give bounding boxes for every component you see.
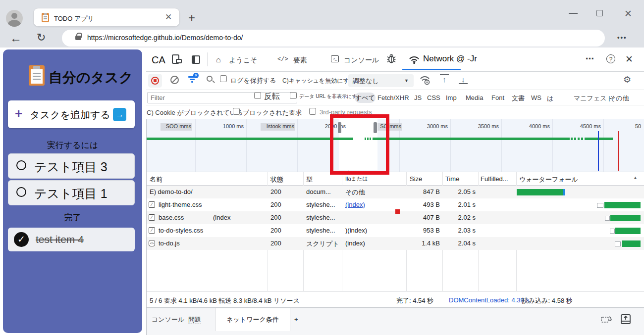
filter-type-media[interactable]: Media — [466, 94, 483, 101]
filter-type-css[interactable]: CSS — [427, 94, 440, 101]
drawer-tab-console[interactable]: コンソール — [152, 308, 184, 331]
hide-data-urls-checkbox[interactable] — [290, 92, 297, 99]
back-icon[interactable]: ← — [10, 31, 22, 45]
tab-elements[interactable]: 要素 — [293, 56, 307, 65]
profile-avatar[interactable] — [6, 10, 23, 27]
url-text[interactable]: https://microsoftedge.github.io/Demos/de… — [87, 34, 243, 42]
debug-bug-icon[interactable] — [386, 54, 396, 64]
network-overview-timeline[interactable]: SOO mms 1000 ms Istook mms 2000 ms SO mm… — [147, 119, 644, 172]
search-icon[interactable] — [207, 76, 213, 82]
add-task-box[interactable]: + タスクを追加する → — [8, 100, 135, 128]
elements-code-icon[interactable]: </> — [277, 56, 288, 63]
filter-clear-badge-icon[interactable]: ✕ — [193, 73, 199, 78]
todo-unchecked-circle-icon[interactable] — [16, 187, 26, 197]
disable-cache-label[interactable]: C)キャッシュを無効にする — [282, 77, 355, 85]
blocked-cookies-label[interactable]: C) Cookie がブロックされている — [147, 108, 243, 117]
tab-welcome[interactable]: ようこそ — [229, 56, 257, 65]
throttling-select[interactable]: 調整なし ▼ — [348, 74, 414, 87]
waterfall-bar[interactable] — [622, 240, 641, 247]
tab-close-icon[interactable]: ✕ — [165, 12, 172, 22]
tab-network-active[interactable]: Network @ -Jr — [423, 54, 477, 64]
network-settings-gear-icon[interactable]: ⚙ — [623, 74, 631, 85]
welcome-home-icon[interactable]: ⌂ — [216, 55, 221, 64]
request-name[interactable]: E) demo-to-do/ — [150, 188, 193, 195]
todo-item-label[interactable]: テスト項目 3 — [34, 159, 107, 175]
request-name[interactable]: base.css — [159, 214, 184, 221]
devtools-help-icon[interactable]: ? — [606, 54, 615, 63]
preserve-log-checkbox[interactable] — [220, 75, 227, 82]
window-minimize-icon[interactable] — [569, 13, 578, 14]
browser-tab[interactable]: TODO アプリ ✕ — [33, 8, 180, 27]
todo-item[interactable]: テスト項目 3 — [8, 153, 135, 179]
inspect-element-icon[interactable]: CA — [152, 54, 165, 66]
invert-filter-checkbox[interactable] — [254, 92, 261, 99]
preserve-log-label[interactable]: ログを保持する — [230, 76, 276, 85]
waterfall-bar[interactable] — [615, 228, 641, 234]
window-close-icon[interactable]: ✕ — [624, 8, 632, 19]
filter-type-doc[interactable]: 文書 — [512, 94, 525, 103]
table-row[interactable]: ∕ to-do-styles.css 200 styleshe... )(ind… — [147, 224, 644, 237]
hide-data-urls-label[interactable]: データ URL を非表示にする — [299, 93, 362, 100]
waterfall-bar[interactable] — [610, 215, 641, 221]
sort-arrow-icon[interactable]: ▲ — [633, 175, 638, 180]
col-name[interactable]: 名前 — [150, 175, 162, 184]
blocked-requests-label[interactable]: ブロックされた要求 — [243, 108, 302, 117]
filter-type-wasm[interactable]: は — [547, 94, 553, 103]
waterfall-bar[interactable] — [517, 189, 563, 195]
col-status[interactable]: 状態 — [270, 175, 283, 184]
col-size[interactable]: Size — [410, 175, 422, 183]
dock-side-icon[interactable] — [192, 55, 200, 64]
request-name[interactable]: to-do.js — [159, 239, 180, 247]
filter-type-other[interactable]: その他 — [609, 94, 629, 103]
request-name[interactable]: light-theme.css — [159, 201, 202, 208]
blocked-requests-checkbox[interactable] — [233, 108, 240, 115]
drawer-tab-network-conditions[interactable]: ネットワーク条件 — [215, 308, 290, 331]
device-emulation-icon[interactable] — [172, 54, 179, 64]
request-initiator-link[interactable]: (index) — [345, 201, 365, 208]
drawer-expand-icon[interactable] — [620, 314, 631, 325]
tab-console[interactable]: コンソール — [344, 56, 379, 65]
new-tab-button[interactable]: + — [188, 11, 195, 25]
col-time[interactable]: Time — [445, 175, 459, 183]
waterfall-bar[interactable] — [604, 202, 641, 208]
add-task-submit-button[interactable]: → — [113, 108, 126, 121]
todo-unchecked-circle-icon[interactable] — [16, 160, 26, 170]
filter-funnel-icon[interactable]: ✕ — [188, 75, 200, 83]
drawer-tab-issues[interactable]: 問題 — [188, 308, 201, 331]
browser-menu-icon[interactable]: ••• — [617, 34, 627, 41]
import-har-icon[interactable]: ↑ — [440, 74, 449, 84]
record-network-log-button[interactable] — [148, 74, 162, 88]
request-name[interactable]: to-do-styles.css — [159, 227, 203, 234]
third-party-checkbox[interactable] — [309, 108, 316, 115]
filter-type-ws[interactable]: WS — [531, 94, 541, 101]
col-waterfall[interactable]: ウォーターフォール — [519, 175, 578, 184]
done-item-label[interactable]: test item 4 — [36, 234, 84, 245]
drawer-rotate-icon[interactable] — [600, 315, 612, 325]
export-har-icon[interactable]: ↓ — [459, 75, 468, 84]
filter-type-font[interactable]: Font — [491, 94, 504, 101]
clear-network-log-icon[interactable] — [170, 76, 179, 84]
filter-type-img[interactable]: Imp — [446, 94, 457, 101]
network-conditions-icon[interactable] — [419, 74, 432, 85]
devtools-close-icon[interactable]: ✕ — [625, 53, 633, 65]
lock-icon[interactable] — [75, 36, 81, 40]
todo-item[interactable]: テスト項目 1 — [8, 180, 135, 205]
window-maximize-icon[interactable] — [596, 10, 603, 16]
table-row[interactable]: <> to-do.js 200 スクリプト (index) 1.4 kB 2.0… — [147, 237, 644, 250]
address-bar[interactable]: https://microsoftedge.github.io/Demos/de… — [62, 30, 605, 47]
todo-item-label[interactable]: テスト項目 1 — [34, 186, 107, 202]
filter-type-manifest[interactable]: マニフェスト — [574, 94, 613, 103]
invert-filter-label[interactable]: 反転 — [264, 92, 280, 102]
col-initiator[interactable]: Ilaまたは — [345, 175, 368, 183]
console-icon[interactable]: >_ — [331, 55, 339, 62]
filter-type-js[interactable]: JS — [414, 94, 422, 101]
col-type[interactable]: 型 — [306, 175, 313, 184]
filter-type-all[interactable]: すべて — [355, 93, 376, 103]
table-row[interactable]: E) demo-to-do/ 200 docum... その他 847 B 2.… — [147, 186, 644, 198]
reload-icon[interactable]: ↻ — [37, 31, 46, 44]
drawer-more-tools-button[interactable]: + — [294, 308, 298, 331]
filter-type-fetchxhr[interactable]: Fetch/XHR — [377, 94, 409, 101]
add-task-label[interactable]: タスクを追加する — [30, 108, 110, 122]
done-item[interactable]: ✓ test item 4 — [8, 228, 135, 251]
checked-circle-icon[interactable]: ✓ — [14, 232, 29, 247]
